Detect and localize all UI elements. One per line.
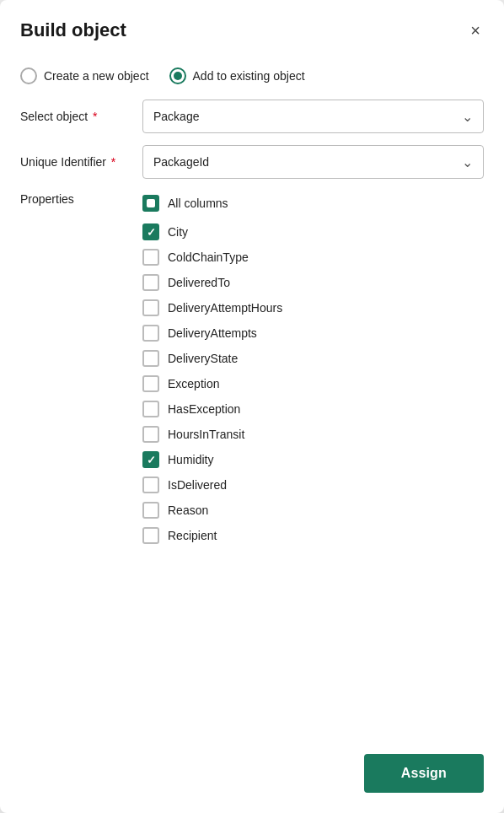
- properties-row: Properties All columns CityColdChainType…: [20, 191, 484, 548]
- property-item: ColdChainType: [142, 245, 484, 270]
- property-label-exception: Exception: [168, 377, 219, 390]
- property-checkbox-humidity[interactable]: [142, 451, 159, 468]
- property-label-coldchaintype: ColdChainType: [168, 250, 249, 264]
- property-label-deliveryattempts: DeliveryAttempts: [168, 326, 257, 340]
- property-label-city: City: [168, 225, 188, 239]
- dialog-header: Build object ×: [0, 0, 504, 56]
- property-item: DeliveryAttemptHours: [142, 295, 484, 320]
- property-items-container: CityColdChainTypeDeliveredToDeliveryAtte…: [142, 219, 484, 548]
- property-label-reason: Reason: [168, 503, 208, 517]
- property-label-deliveredto: DeliveredTo: [168, 276, 230, 289]
- all-columns-label: All columns: [168, 197, 228, 210]
- property-checkbox-hoursintransit[interactable]: [142, 426, 159, 443]
- property-checkbox-recipient[interactable]: [142, 527, 159, 544]
- property-checkbox-deliverystate[interactable]: [142, 350, 159, 367]
- dialog-title: Build object: [20, 19, 126, 41]
- property-label-humidity: Humidity: [168, 453, 213, 466]
- property-checkbox-coldchaintype[interactable]: [142, 249, 159, 266]
- unique-identifier-row: Unique Identifier * PackageId ⌄: [20, 145, 484, 179]
- property-label-isdelivered: IsDelivered: [168, 478, 227, 492]
- unique-identifier-value: PackageId: [153, 155, 209, 169]
- radio-label-new: Create a new object: [44, 69, 149, 83]
- property-label-recipient: Recipient: [168, 529, 217, 542]
- property-checkbox-hasexception[interactable]: [142, 401, 159, 417]
- property-item: DeliveryState: [142, 346, 484, 371]
- property-item: DeliveryAttempts: [142, 320, 484, 346]
- property-label-deliverystate: DeliveryState: [168, 352, 238, 365]
- radio-circle-new: [20, 67, 37, 84]
- property-label-hoursintransit: HoursInTransit: [168, 428, 244, 441]
- radio-create-new[interactable]: Create a new object: [20, 67, 149, 84]
- property-label-hasexception: HasException: [168, 402, 240, 416]
- properties-label: Properties: [20, 191, 142, 206]
- property-item: Exception: [142, 371, 484, 396]
- property-label-deliveryattempthours: DeliveryAttemptHours: [168, 301, 282, 315]
- radio-label-existing: Add to existing object: [193, 69, 305, 83]
- radio-circle-existing: [169, 67, 186, 84]
- property-checkbox-city[interactable]: [142, 223, 159, 240]
- property-checkbox-exception[interactable]: [142, 375, 159, 392]
- property-item: Recipient: [142, 523, 484, 548]
- select-object-value: Package: [153, 110, 199, 123]
- select-object-row: Select object * Package ⌄: [20, 100, 484, 133]
- property-checkbox-deliveryattempthours[interactable]: [142, 299, 159, 316]
- property-item: Humidity: [142, 447, 484, 472]
- property-checkbox-reason[interactable]: [142, 502, 159, 519]
- unique-identifier-arrow: ⌄: [462, 154, 473, 170]
- properties-list: All columns CityColdChainTypeDeliveredTo…: [142, 191, 484, 548]
- property-item: HasException: [142, 396, 484, 422]
- radio-group: Create a new object Add to existing obje…: [20, 56, 484, 100]
- select-object-arrow: ⌄: [462, 109, 473, 125]
- required-star-id: *: [108, 155, 115, 169]
- property-item: Reason: [142, 498, 484, 523]
- property-item: DeliveredTo: [142, 270, 484, 295]
- select-object-dropdown[interactable]: Package ⌄: [142, 100, 484, 133]
- radio-add-existing[interactable]: Add to existing object: [169, 67, 305, 84]
- close-button[interactable]: ×: [467, 19, 484, 42]
- unique-identifier-dropdown[interactable]: PackageId ⌄: [142, 145, 484, 179]
- property-checkbox-deliveredto[interactable]: [142, 274, 159, 291]
- all-columns-row: All columns: [142, 191, 484, 216]
- assign-button[interactable]: Assign: [364, 754, 484, 793]
- property-checkbox-deliveryattempts[interactable]: [142, 325, 159, 342]
- property-item: HoursInTransit: [142, 422, 484, 447]
- property-checkbox-isdelivered[interactable]: [142, 476, 159, 493]
- build-object-dialog: Build object × Create a new object Add t…: [0, 0, 504, 813]
- dialog-footer: Assign: [0, 744, 504, 813]
- property-item: City: [142, 219, 484, 245]
- required-star-object: *: [89, 110, 97, 123]
- all-columns-checkbox[interactable]: [142, 195, 159, 212]
- property-item: IsDelivered: [142, 472, 484, 498]
- select-object-label: Select object *: [20, 110, 142, 123]
- dialog-body: Create a new object Add to existing obje…: [0, 56, 504, 744]
- unique-identifier-label: Unique Identifier *: [20, 155, 142, 169]
